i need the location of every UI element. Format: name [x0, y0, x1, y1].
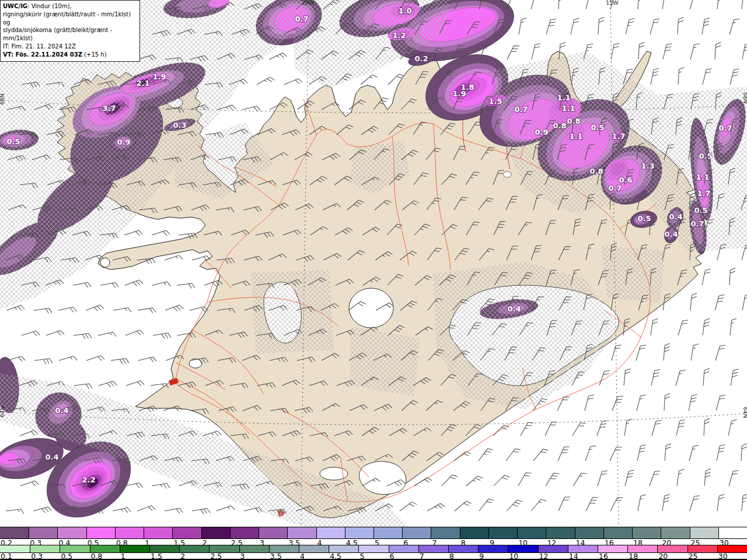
precip-value-label: 1.3 [641, 162, 654, 170]
colorbar-cell [57, 527, 86, 538]
precip-value-label: 0.3 [173, 121, 186, 130]
colorbar-cell [115, 527, 144, 538]
precip-value-label: 0.8 [567, 117, 580, 125]
colorbar-cell [603, 527, 632, 538]
graticule-label: 20W [302, 0, 315, 6]
colorbar-cell [0, 527, 29, 538]
title-line-1: UWC/IG: Vindur (10m), [3, 2, 138, 10]
colorbar-cell [690, 527, 718, 538]
precip-value-label: 0.7 [690, 219, 704, 228]
colorbar-cell [374, 527, 402, 538]
glacier-hofsjokull [349, 288, 393, 328]
precip-value-label: 0.5 [699, 152, 712, 160]
colorbar-sleet-snow [0, 527, 747, 539]
precip-value-label: 1.0 [398, 6, 411, 15]
precip-value-label: 0.4 [507, 304, 521, 313]
precip-value-label: 1.1 [561, 104, 575, 113]
title-line-2: rigning/skúrir (grænt/blátt/rautt - mm/1… [3, 10, 138, 27]
lake-myvatn [503, 172, 511, 177]
precip-value-label: 0.7 [608, 184, 622, 192]
precip-value-label: 0.4 [45, 453, 58, 461]
precip-value-label: 0.5 [637, 214, 651, 223]
colorbar-cell [259, 527, 287, 538]
colorbar-cell [345, 527, 374, 538]
precip-value-label: 1.2 [392, 31, 406, 40]
colorbar-cell [201, 527, 230, 538]
precip-value-label: 1.9 [152, 72, 166, 81]
precip-value-label: 0.7 [514, 105, 528, 114]
graticule-label: 64N [742, 407, 747, 418]
colorbar-cell [632, 527, 661, 538]
precip-value-label: 0.4 [664, 230, 678, 239]
colorbar-cell [86, 527, 115, 538]
colorbar-cell [517, 527, 546, 538]
precip-value-label: 0.4 [55, 406, 68, 415]
colorbar-cell [460, 527, 488, 538]
precip-value-label: 1.9 [452, 89, 466, 98]
weather-map-page: 0.71.01.20.21.92.13.70.30.90.51.81.91.50… [0, 0, 747, 560]
precip-value-label: 1.5 [488, 97, 502, 106]
colorbar-cell [402, 527, 431, 538]
colorbar-cell [29, 527, 57, 538]
precip-value-label: 0.2 [414, 54, 428, 63]
precip-value-label: 3.7 [102, 104, 116, 113]
precip-value-label: 0.7 [718, 124, 732, 132]
title-line-5: VT: Fös. 22.11.2024 03Z (+15 h) [3, 51, 138, 59]
colorbar-cell [144, 527, 172, 538]
graticule-label: 64N [0, 406, 5, 417]
precip-value-label: 1.7 [697, 189, 710, 198]
colorbar-cell [230, 527, 259, 538]
precip-value-label: 1.1 [557, 93, 570, 102]
precip-value-label: 0.7 [295, 15, 308, 23]
title-line-4: IT: Fim. 21. 11. 2024 12Z [3, 43, 138, 51]
graticule-label: 15W [606, 0, 619, 6]
precip-value-label: 2.1 [136, 79, 149, 88]
colorbar-sleet-snow-labels: 0.20.30.40.50.811.522.533.544.5567891012… [0, 538, 747, 545]
colorbar-cell [431, 527, 459, 538]
colorbar-cell [172, 527, 201, 538]
precip-value-label: 1.7 [612, 132, 625, 141]
colorbar-cell [575, 527, 603, 538]
graticule-label: 66N [742, 92, 747, 103]
precip-value-label: 0.5 [591, 123, 604, 132]
colorbar-cell [287, 527, 316, 538]
colorbar-cell [488, 527, 517, 538]
colorbar-cell [546, 527, 574, 538]
graticule-label: 66N [0, 93, 5, 104]
precip-value-label: 0.8 [589, 167, 603, 176]
precip-value-label: 2.2 [82, 475, 95, 484]
precip-value-label: 0.6 [619, 176, 632, 184]
precip-value-label: 1.1 [569, 132, 582, 141]
precip-value-label: 0.5 [694, 206, 707, 215]
glacier-snaefellsjokull [100, 258, 110, 267]
colorbar-cell [718, 527, 747, 538]
precip-value-label: 0.5 [6, 137, 20, 146]
weather-map-canvas: 0.71.01.20.21.92.13.70.30.90.51.81.91.50… [0, 0, 747, 527]
title-line-3: slydda/snjókoma (grátt/bleikt/grænt - mm… [3, 26, 138, 43]
colorbar-rain-labels: 0.10.30.50.811.522.533.544.5567891012141… [0, 552, 747, 559]
precip-value-label: 0.9 [117, 138, 130, 146]
precip-value-label: 0.8 [553, 121, 566, 130]
precip-value-label: 0.4 [669, 212, 682, 221]
colorbar-cell [661, 527, 689, 538]
precip-value-label: 0.9 [535, 128, 548, 136]
title-box: UWC/IG: Vindur (10m), rigning/skúrir (gr… [0, 0, 140, 62]
precip-value-label: 1.1 [696, 173, 709, 181]
colorbar-cell [316, 527, 345, 538]
